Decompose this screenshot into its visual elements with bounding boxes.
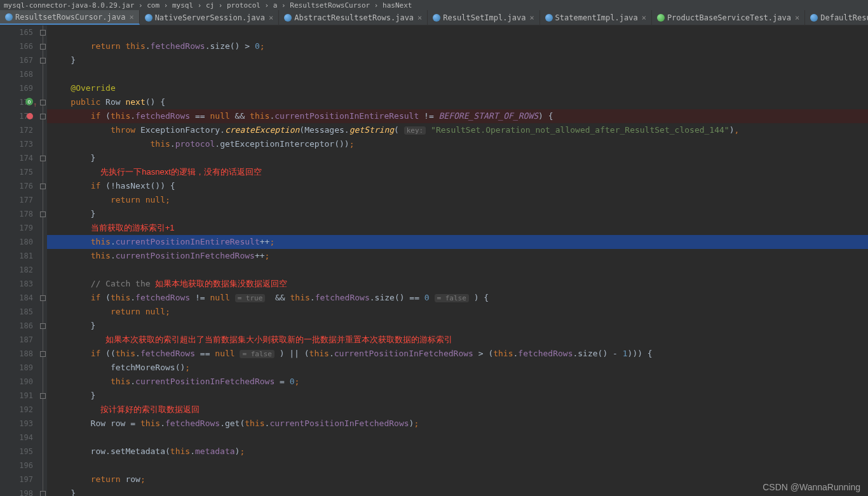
line-number[interactable]: 180: [0, 235, 36, 249]
fold-toggle-icon[interactable]: [40, 184, 46, 189]
line-number[interactable]: 189: [0, 361, 36, 375]
fold-toggle-icon[interactable]: [40, 100, 46, 105]
code-line[interactable]: this.currentPositionInFetchedRows = 0;: [47, 375, 868, 389]
fold-region[interactable]: [38, 431, 47, 445]
code-line[interactable]: if (this.fetchedRows != null = true && t…: [47, 291, 868, 305]
fold-toggle-icon[interactable]: [40, 114, 46, 119]
fold-region[interactable]: [38, 445, 47, 459]
fold-toggle-icon[interactable]: [40, 393, 46, 399]
fold-region[interactable]: [38, 193, 47, 207]
fold-gutter[interactable]: [38, 25, 47, 496]
line-number[interactable]: 196: [0, 459, 36, 473]
tab-abstractresultsetrows[interactable]: AbstractResultsetRows.java ×: [279, 10, 428, 25]
code-line[interactable]: }: [47, 151, 868, 165]
line-number[interactable]: 188: [0, 347, 36, 361]
fold-toggle-icon[interactable]: [40, 491, 46, 497]
code-line[interactable]: if ((this.fetchedRows == null = false ) …: [47, 347, 868, 361]
fold-region[interactable]: [38, 473, 47, 486]
line-number[interactable]: 168: [0, 67, 36, 81]
fold-region[interactable]: [38, 375, 47, 389]
fold-region[interactable]: [38, 207, 47, 221]
fold-region[interactable]: [38, 347, 47, 361]
line-number[interactable]: 197: [0, 473, 36, 486]
line-number[interactable]: 194: [0, 431, 36, 445]
line-number[interactable]: 190: [0, 375, 36, 389]
fold-toggle-icon[interactable]: [40, 156, 46, 161]
code-line[interactable]: this.currentPositionInEntireResult++;: [47, 235, 868, 249]
code-line[interactable]: }: [47, 53, 868, 67]
line-number[interactable]: 178: [0, 207, 36, 221]
code-line[interactable]: return row;: [47, 473, 868, 486]
line-number[interactable]: 192: [0, 403, 36, 417]
fold-region[interactable]: [38, 179, 47, 193]
line-number[interactable]: 182: [0, 263, 36, 277]
close-icon[interactable]: ×: [268, 13, 273, 22]
line-number[interactable]: 176: [0, 179, 36, 193]
close-icon[interactable]: ×: [528, 13, 534, 22]
line-number[interactable]: 175: [0, 165, 36, 179]
fold-region[interactable]: [38, 417, 47, 431]
line-number[interactable]: 181: [0, 249, 36, 263]
code-line[interactable]: if (this.fetchedRows == null && this.cur…: [47, 109, 868, 123]
fold-toggle-icon[interactable]: [40, 323, 46, 329]
fold-region[interactable]: [38, 263, 47, 277]
line-number[interactable]: 165: [0, 25, 36, 39]
fold-region[interactable]: [38, 165, 47, 179]
fold-region[interactable]: [38, 459, 47, 473]
fold-region[interactable]: [38, 361, 47, 375]
code-line[interactable]: }: [47, 207, 868, 221]
line-number[interactable]: 195: [0, 445, 36, 459]
code-line[interactable]: if (!hasNext()) {: [47, 179, 868, 193]
close-icon[interactable]: ×: [416, 13, 422, 22]
fold-region[interactable]: [38, 95, 47, 109]
fold-region[interactable]: [38, 305, 47, 319]
fold-region[interactable]: [38, 403, 47, 417]
line-number[interactable]: 184: [0, 291, 36, 305]
fold-region[interactable]: [38, 486, 47, 496]
fold-toggle-icon[interactable]: [40, 211, 46, 217]
code-line[interactable]: @Override: [47, 81, 868, 95]
tab-statementimpl[interactable]: StatementImpl.java ×: [540, 10, 652, 25]
code-line[interactable]: Row row = this.fetchedRows.get(this.curr…: [47, 417, 868, 431]
fold-toggle-icon[interactable]: [40, 44, 46, 50]
fold-region[interactable]: [38, 81, 47, 95]
fold-region[interactable]: [38, 333, 47, 347]
code-line[interactable]: public Row next() {: [47, 95, 868, 109]
line-number[interactable]: 173: [0, 137, 36, 151]
code-area[interactable]: return this.fetchedRows.size() > 0; } @O…: [47, 25, 868, 496]
fold-region[interactable]: [38, 221, 47, 235]
fold-region[interactable]: [38, 67, 47, 81]
tab-defaultresultsethandler[interactable]: DefaultResultSetHandler.java ×: [805, 10, 868, 25]
fold-region[interactable]: [38, 53, 47, 67]
fold-toggle-icon[interactable]: [40, 30, 46, 36]
fold-toggle-icon[interactable]: [40, 58, 46, 64]
fold-region[interactable]: [38, 389, 47, 403]
line-number[interactable]: 191: [0, 389, 36, 403]
line-number[interactable]: 183: [0, 277, 36, 291]
code-line[interactable]: [47, 263, 868, 277]
fold-region[interactable]: [38, 291, 47, 305]
code-line[interactable]: }: [47, 486, 868, 496]
code-line[interactable]: return null;: [47, 193, 868, 207]
line-number[interactable]: 169: [0, 81, 36, 95]
line-number[interactable]: 167: [0, 53, 36, 67]
fold-region[interactable]: [38, 151, 47, 165]
close-icon[interactable]: ×: [128, 13, 133, 22]
close-icon[interactable]: ×: [641, 13, 646, 22]
line-number[interactable]: 174: [0, 151, 36, 165]
line-number[interactable]: 187: [0, 333, 36, 347]
code-line[interactable]: // Catch the 如果本地获取的数据集没数据返回空: [47, 277, 868, 291]
breakpoint-icon[interactable]: [27, 113, 33, 119]
fold-region[interactable]: [38, 235, 47, 249]
line-number[interactable]: 185: [0, 305, 36, 319]
fold-region[interactable]: [38, 109, 47, 123]
fold-toggle-icon[interactable]: [40, 295, 46, 301]
code-line[interactable]: }: [47, 319, 868, 333]
line-number[interactable]: 179: [0, 221, 36, 235]
line-number-gutter[interactable]: 165166167168169170o↑17117217317417517617…: [0, 25, 38, 496]
override-icon[interactable]: o: [25, 98, 33, 105]
fold-toggle-icon[interactable]: [40, 351, 46, 357]
close-icon[interactable]: ×: [794, 13, 799, 22]
code-editor[interactable]: 165166167168169170o↑17117217317417517617…: [0, 25, 868, 496]
code-line[interactable]: return this.fetchedRows.size() > 0;: [47, 39, 868, 53]
